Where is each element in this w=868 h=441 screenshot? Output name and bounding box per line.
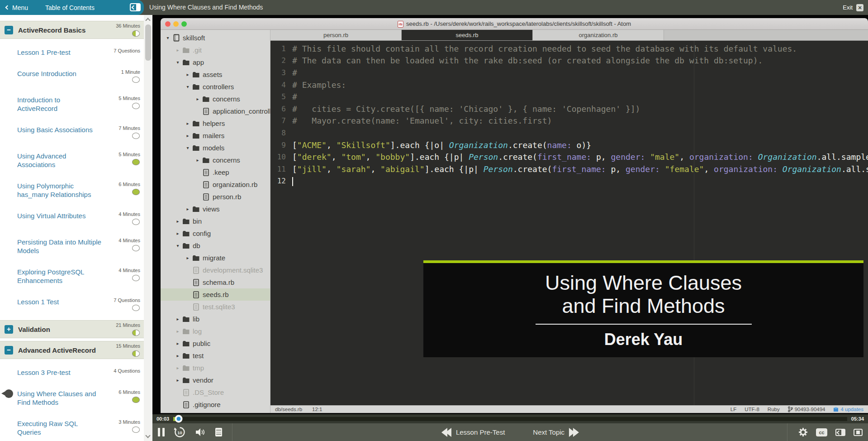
tree-item-label: concerns [213,95,240,103]
file-icon [201,181,210,188]
code-line: 5# [270,91,868,103]
seek-bar[interactable] [173,417,847,421]
sidebar-collapse-button[interactable] [130,3,141,11]
divider [232,423,232,441]
toc-section-advanced-activerecord[interactable]: −Advanced ActiveRecord15 Minutes [0,341,144,359]
chevron-down-icon: ▾ [184,84,191,89]
tree-item-label: test.sqlite3 [203,303,235,311]
toc-item-lesson-1-pre-test[interactable]: Lesson 1 Pre-test7 Questions [0,42,144,63]
toc-item-course-introduction[interactable]: Course Introduction1 Minute [0,63,144,89]
scroll-up-icon[interactable] [145,18,150,23]
tree-row-concerns: ▸concerns [161,93,270,105]
item-duration: 3 Minutes [119,419,140,425]
toc-item-using-polymorphic-has-many-relationships[interactable]: Using Polymorphic has_many Relationships… [0,175,144,205]
exit-icon: ✕ [856,4,863,11]
panel-toggle-button[interactable] [835,429,845,436]
menu-button[interactable]: Menu [6,4,28,11]
toc-item-lesson-1-test[interactable]: Lesson 1 Test7 Questions [0,291,144,317]
file-icon [191,291,200,298]
toc-item-using-advanced-associations[interactable]: Using Advanced Associations5 Minutes [0,145,144,175]
captions-button[interactable]: cc [816,428,827,436]
item-label: Using Virtual Attributes [17,211,101,225]
next-topic-label: Next Topic [533,428,564,436]
toc-item-using-basic-associations[interactable]: Using Basic Associations7 Minutes [0,119,144,145]
tree-row-person-rb: person.rb [161,191,270,203]
tree-item-label: .DS_Store [193,388,224,396]
editor-tab-organization-rb: organization.rb [533,30,664,40]
code-line: 11["jill", "sarah", "abigail"].each {|p|… [270,163,868,175]
line-number: 4 [270,81,292,89]
line-number: 8 [270,129,292,137]
toc-item-using-where-clauses-and-find-methods[interactable]: Using Where Clauses and Find Methods6 Mi… [0,383,144,413]
collapse-section-icon[interactable]: − [5,26,13,34]
toc-item-lesson-3-pre-test[interactable]: Lesson 3 Pre-test4 Questions [0,362,144,383]
chevron-right-icon: ▸ [184,72,191,77]
chevron-right-icon: ▸ [174,316,181,321]
progress-indicator [132,330,140,336]
status-file-path: db/seeds.rb [275,407,302,412]
toc-section-validation[interactable]: +Validation21 Minutes [0,320,144,338]
code-line: 3# [270,67,868,79]
toc-item-executing-raw-sql-queries[interactable]: Executing Raw SQL Queries3 Minutes [0,413,144,441]
toc-item-exploring-postgresql-enhancements[interactable]: Exploring PostgreSQL Enhancements4 Minut… [0,261,144,291]
progress-indicator [132,350,140,357]
status-cursor-position: 12:1 [312,407,322,412]
item-label: Exploring PostgreSQL Enhancements [17,268,101,285]
toc-item-introduction-to-activerecord[interactable]: Introduction to ActiveRecord5 Minutes [0,89,144,119]
ruby-file-icon: rb [398,21,403,28]
code-line: 2# The data can then be loaded with the … [270,55,868,67]
toc-item-using-virtual-attributes[interactable]: Using Virtual Attributes4 Minutes [0,205,144,231]
tree-row-seeds-rb: seeds.rb [161,288,270,301]
folder-icon [191,206,200,212]
page-title: Using Where Clauses and Find Methods [149,0,263,15]
folder-icon [181,340,190,347]
chevron-right-icon: ▸ [174,378,181,383]
status-git-branch: 90493-90494 [795,407,825,412]
line-number: 9 [270,141,292,149]
toc-title: Table of Contents [45,4,95,11]
card-title-line2: and Find Methods [423,294,863,317]
scrollbar-thumb[interactable] [145,24,151,61]
tree-item-label: models [203,144,224,152]
code-line: 8 [270,127,868,139]
previous-topic-button[interactable]: Lesson Pre-Test [441,428,505,437]
progress-indicator [132,133,140,139]
sidebar-scrollbar[interactable] [144,15,152,441]
tree-item-label: seeds.rb [203,291,229,298]
line-number: 12 [270,177,292,185]
rewind-icon [441,428,451,437]
text-cursor [292,177,293,186]
exit-button[interactable]: Exit ✕ [843,0,863,15]
folder-icon [191,255,200,261]
folder-icon [191,72,200,78]
tree-row-app: ▾app [161,56,270,68]
chevron-right-icon: ▸ [174,219,181,224]
folder-icon [191,84,200,90]
item-label: Advanced ActiveRecord [18,346,96,354]
fullscreen-button[interactable] [854,429,863,436]
file-icon [201,108,210,115]
toc-item-persisting-data-into-multiple-models[interactable]: Persisting Data into Multiple Models4 Mi… [0,231,144,261]
tree-item-label: helpers [203,120,225,127]
next-topic-button[interactable]: Next Topic [533,428,579,437]
progress-indicator [132,305,140,311]
collapse-section-icon[interactable]: − [5,346,13,355]
video-frame[interactable]: rb seeds.rb - /Users/derek/work/rails_wo… [152,15,868,441]
chevron-right-icon: ▸ [194,158,201,163]
file-icon [201,193,210,201]
scroll-down-icon[interactable] [145,433,150,438]
toc-section-activerecord-basics[interactable]: −ActiveRecord Basics36 Minutes [0,21,144,39]
captions-icon: cc [816,428,827,436]
seek-handle[interactable] [175,415,183,423]
progress-indicator [132,427,140,433]
transcript-button[interactable] [215,428,222,436]
replay-10-button[interactable]: 10 [174,426,186,438]
expand-section-icon[interactable]: + [5,325,13,334]
pause-button[interactable] [158,428,165,436]
tree-row-migrate: ▸migrate [161,252,270,264]
volume-button[interactable] [195,427,206,437]
tree-row-helpers: ▸helpers [161,117,270,129]
item-duration: 4 Minutes [119,238,140,243]
close-icon [165,21,171,27]
settings-button[interactable] [798,427,808,437]
